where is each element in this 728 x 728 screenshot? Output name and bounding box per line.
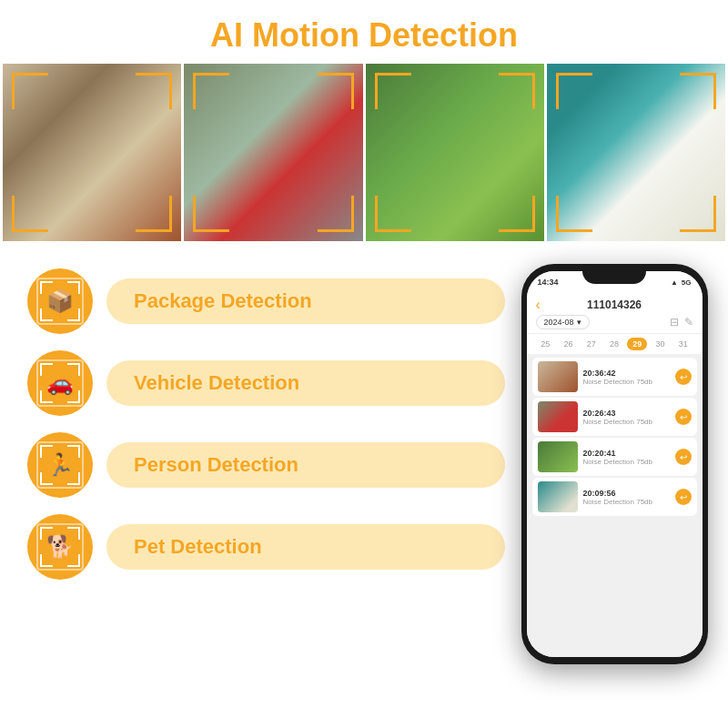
pet-label: Pet Detection [134, 535, 262, 558]
vehicle-icon: 🚗 [46, 370, 74, 396]
event-thumb-2 [538, 401, 578, 432]
person-icon: 🏃 [46, 452, 74, 478]
bracket-tl [12, 73, 48, 109]
cal-day-29-active[interactable]: 29 [627, 338, 647, 350]
pet-label-wrap: Pet Detection [106, 524, 505, 570]
bracket-tl [375, 73, 411, 109]
package-label: Package Detection [134, 289, 312, 312]
bracket-tr [318, 73, 354, 109]
package-label-wrap: Package Detection [106, 278, 505, 324]
event-thumb-3 [538, 441, 578, 472]
event-replay-2[interactable]: ↩ [675, 409, 692, 425]
vehicle-icon-wrap: 🚗 [27, 350, 93, 416]
bracket-tr [680, 73, 716, 109]
cal-day-30[interactable]: 30 [651, 338, 671, 350]
event-info-3: 20:20:41 Noise Detection 75db [583, 449, 670, 466]
phone-time: 14:34 [538, 278, 559, 287]
person-label: Person Detection [134, 453, 298, 476]
event-thumb-4 [538, 481, 578, 512]
phone-calendar-row: 25 26 27 28 29 30 31 [527, 334, 703, 354]
bracket-bl [193, 196, 229, 232]
bracket-br [318, 196, 354, 232]
event-info-4: 20:09:56 Noise Detection 75db [583, 489, 670, 506]
detection-item-package: 📦 Package Detection [27, 268, 505, 334]
person-label-wrap: Person Detection [106, 442, 505, 488]
bracket-tr [136, 73, 172, 109]
phone-screen: 14:34 ▲ 5G ‹ 111014326 2024-08 [527, 271, 703, 657]
cal-day-26[interactable]: 26 [558, 338, 578, 350]
phone-back-button[interactable]: ‹ [536, 297, 541, 313]
vehicle-label: Vehicle Detection [134, 371, 299, 394]
replay-icon-4: ↩ [680, 492, 687, 502]
phone-app-header: ‹ 111014326 2024-08 ▾ ⊟ ✎ [527, 293, 703, 334]
phone-device-id: 111014326 [587, 298, 642, 311]
phone-date-row: 2024-08 ▾ ⊟ ✎ [536, 315, 693, 329]
image-vehicle [184, 64, 362, 241]
event-replay-1[interactable]: ↩ [675, 369, 692, 385]
event-thumb-1 [538, 361, 578, 392]
cal-day-31[interactable]: 31 [673, 338, 693, 350]
bracket-br [136, 196, 172, 232]
replay-icon-2: ↩ [680, 412, 687, 422]
person-icon-inner: 🏃 [36, 441, 84, 489]
phone-events-list: 20:36:42 Noise Detection 75db ↩ 20:26:43… [527, 354, 703, 657]
pet-icon-inner: 🐕 [36, 523, 84, 571]
event-time-2: 20:26:43 [583, 409, 670, 418]
cal-day-25[interactable]: 25 [535, 338, 555, 350]
event-item-1[interactable]: 20:36:42 Noise Detection 75db ↩ [532, 358, 697, 396]
detection-image-grid [0, 64, 728, 241]
vehicle-label-wrap: Vehicle Detection [106, 360, 505, 406]
detection-item-person: 🏃 Person Detection [27, 432, 505, 498]
image-packages [3, 64, 181, 241]
bracket-bl [12, 196, 48, 232]
bottom-section: 📦 Package Detection 🚗 Vehicle Detection [0, 241, 728, 678]
bracket-br [680, 196, 716, 232]
phone-status-icons: ▲ 5G [671, 278, 692, 287]
cal-day-27[interactable]: 27 [581, 338, 602, 350]
event-item-4[interactable]: 20:09:56 Noise Detection 75db ↩ [532, 478, 697, 516]
bracket-tl [556, 73, 592, 109]
phone-filter-icons: ⊟ ✎ [670, 316, 693, 329]
event-replay-3[interactable]: ↩ [675, 449, 692, 465]
replay-icon-3: ↩ [680, 452, 687, 462]
event-type-2: Noise Detection 75db [583, 418, 670, 426]
vehicle-icon-inner: 🚗 [36, 359, 84, 407]
event-type-1: Noise Detection 75db [583, 378, 670, 386]
package-icon: 📦 [46, 288, 74, 314]
edit-icon[interactable]: ✎ [684, 316, 693, 329]
phone-device: 14:34 ▲ 5G ‹ 111014326 2024-08 [521, 264, 708, 664]
person-icon-wrap: 🏃 [27, 432, 93, 498]
filter-icon[interactable]: ⊟ [670, 316, 679, 329]
package-icon-wrap: 📦 [27, 268, 93, 334]
pet-icon-wrap: 🐕 [27, 514, 93, 580]
image-person [366, 64, 544, 241]
cal-day-28[interactable]: 28 [604, 338, 624, 350]
title-section: AI Motion Detection [0, 0, 728, 64]
event-time-1: 20:36:42 [583, 369, 670, 378]
bracket-bl [375, 196, 411, 232]
event-time-3: 20:20:41 [583, 449, 670, 458]
event-info-2: 20:26:43 Noise Detection 75db [583, 409, 670, 426]
event-time-4: 20:09:56 [583, 489, 670, 498]
event-replay-4[interactable]: ↩ [675, 489, 692, 505]
page-title: AI Motion Detection [0, 16, 728, 55]
phone-date-text: 2024-08 [544, 318, 574, 327]
replay-icon-1: ↩ [680, 372, 687, 382]
event-type-4: Noise Detection 75db [583, 498, 670, 506]
pet-icon: 🐕 [46, 534, 74, 560]
signal-label: 5G [682, 278, 692, 287]
phone-header-row: ‹ 111014326 [536, 298, 693, 311]
phone-date-badge[interactable]: 2024-08 ▾ [536, 315, 590, 329]
phone-mockup-wrap: 14:34 ▲ 5G ‹ 111014326 2024-08 [514, 259, 714, 669]
event-info-1: 20:36:42 Noise Detection 75db [583, 369, 670, 386]
event-item-3[interactable]: 20:20:41 Noise Detection 75db ↩ [532, 438, 697, 476]
detection-list: 📦 Package Detection 🚗 Vehicle Detection [27, 259, 505, 669]
bracket-bl [556, 196, 592, 232]
bracket-br [499, 196, 535, 232]
image-pet [547, 64, 725, 241]
chevron-down-icon: ▾ [577, 318, 581, 327]
bracket-tl [193, 73, 229, 109]
phone-notch [582, 264, 646, 284]
event-item-2[interactable]: 20:26:43 Noise Detection 75db ↩ [532, 398, 697, 436]
event-type-3: Noise Detection 75db [583, 458, 670, 466]
